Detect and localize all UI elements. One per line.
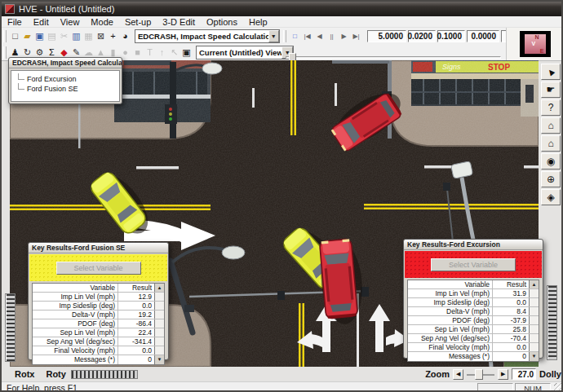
zoom-value-field[interactable]: 27.0 (512, 368, 536, 380)
seek-icon[interactable]: ⊕ (541, 171, 561, 187)
result-cell: 8.4 (493, 307, 529, 315)
time-field-3[interactable]: 0.0000 (467, 30, 499, 42)
view-combo[interactable]: Current (Untitled) View ▼ (196, 46, 294, 59)
status-bar: For Help, press F1 NUM (2, 381, 563, 392)
key-results-title[interactable]: Key Results-Ford Fusion SE (29, 243, 168, 253)
add-icon[interactable]: + (107, 30, 119, 42)
open-file-icon[interactable]: ▰ (21, 30, 33, 42)
step-back-icon[interactable]: ◀ (313, 30, 326, 42)
print-icon: ▤ (46, 30, 58, 42)
save-icon[interactable]: ▣ (33, 30, 46, 42)
select-variable-button[interactable]: Select Variable (56, 262, 141, 275)
results-table: VariableResult▲Imp Lin Vel (mph)12.9Imp … (32, 283, 165, 365)
copy-icon[interactable]: ▥ (70, 30, 82, 42)
time-field-2[interactable]: 0.1000 (437, 30, 465, 42)
help-icon[interactable]: ? (541, 99, 561, 116)
results-row: Sep Ang Vel (deg/sec)-341.4 (33, 337, 164, 346)
dolly-thumbwheel[interactable] (547, 285, 557, 360)
last-frame-icon-glyph: ▶| (352, 30, 359, 42)
viewer-bottom-bar: Rotx Roty Zoom ◀ ▶ 27.0 Dolly (2, 367, 563, 381)
camera-type-icon-glyph: ◈ (547, 192, 554, 203)
menu-view[interactable]: View (55, 16, 86, 28)
menu-file[interactable]: File (2, 16, 28, 28)
home-view-icon-glyph: ⌂ (547, 120, 553, 131)
view-all-icon[interactable]: ◉ (541, 153, 561, 170)
camera-type-icon[interactable]: ◈ (541, 189, 561, 205)
variable-cell: Delta-V (mph) (408, 307, 493, 315)
resize-grip[interactable] (554, 383, 563, 392)
camera-icon-glyph: ▣ (182, 46, 190, 59)
event-tree-panel[interactable]: EDCRASH, Impact Speed Calculation Ford E… (8, 57, 122, 104)
stop-icon[interactable]: □ (289, 30, 301, 42)
event-tree-title[interactable]: EDCRASH, Impact Speed Calculation (9, 58, 122, 68)
home-view-icon[interactable]: ⌂ (541, 117, 561, 134)
pause-icon[interactable]: || (326, 30, 338, 42)
pointer-cursor-icon[interactable]: ▲ (541, 64, 561, 80)
variable-cell: Imp Sideslip (deg) (408, 298, 493, 306)
result-cell: 25.8 (493, 325, 529, 333)
first-frame-icon[interactable]: |◀ (301, 30, 313, 42)
time-field-0[interactable]: 5.0000 (367, 30, 406, 42)
print-icon-glyph: ▤ (47, 30, 55, 42)
pan-hand-icon[interactable]: ☛ (541, 81, 561, 98)
zoom-label: Zoom (425, 369, 450, 379)
tree-item-ford-excursion[interactable]: Ford Excursion (16, 73, 119, 83)
menu-set-up[interactable]: Set-up (119, 16, 157, 28)
cut-icon: ✂ (58, 30, 70, 42)
stop-icon-glyph: □ (293, 30, 297, 42)
select-variable-button[interactable]: Select Variable (431, 258, 516, 271)
wheel-icon[interactable]: ◕ (119, 30, 131, 42)
delete-frame-icon[interactable]: ⊠ (95, 30, 107, 42)
text-tool-icon-glyph: T (147, 46, 153, 59)
menu-edit[interactable]: Edit (28, 16, 55, 28)
variable-cell: Imp Lin Vel (mph) (33, 293, 118, 301)
chevron-down-icon[interactable]: ▼ (268, 30, 279, 42)
roty-label: Roty (46, 369, 65, 379)
zoom-right-arrow[interactable]: ▶ (498, 369, 508, 380)
result-cell: 0.0 (118, 346, 154, 355)
scroll-down-icon[interactable]: ▼ (154, 355, 164, 364)
scroll-up-icon[interactable]: ▲ (529, 280, 539, 288)
step-forward-icon[interactable]: ▶ (338, 30, 350, 42)
toolbar-grip (3, 30, 7, 42)
set-home-view-icon-glyph: ⌂ (547, 138, 553, 149)
new-file-icon[interactable]: □ (9, 30, 21, 42)
result-cell: 31.9 (493, 289, 529, 297)
first-frame-icon-glyph: |◀ (304, 30, 310, 42)
scroll-up-icon[interactable]: ▲ (154, 284, 164, 292)
menu-mode[interactable]: Mode (85, 16, 119, 28)
variable-cell: Final Velocity (mph) (33, 346, 118, 355)
time-field-1[interactable]: 0.0200 (408, 30, 436, 42)
result-cell: 0.0 (493, 343, 529, 351)
key-results-panel-excursion[interactable]: Key Results-Ford Excursion Select Variab… (403, 239, 543, 359)
zoom-left-arrow[interactable]: ◀ (453, 369, 463, 380)
roty-thumbwheel[interactable] (71, 370, 138, 379)
help-icon-glyph: ? (548, 102, 554, 113)
key-results-title[interactable]: Key Results-Ford Excursion (404, 240, 543, 250)
tree-item-label: Ford Fusion SE (27, 85, 78, 93)
variable-cell: Sep Ang Vel (deg/sec) (408, 334, 493, 342)
results-row: Messages (*)0▼ (408, 352, 539, 361)
step-back-icon-glyph: ◀ (317, 30, 321, 42)
menu-options[interactable]: Options (201, 16, 243, 28)
results-row: Imp Sideslip (deg)0.0 (408, 298, 539, 307)
scroll-down-icon[interactable]: ▼ (529, 352, 539, 361)
results-row: Imp Lin Vel (mph)12.9 (33, 293, 164, 302)
zoom-slider[interactable] (467, 369, 494, 380)
menu-help[interactable]: Help (243, 16, 273, 28)
tree-item-ford-fusion-se[interactable]: Ford Fusion SE (16, 83, 119, 93)
title-bar: HVE - Untitled (Untitled) (2, 2, 561, 16)
scene-thumbnail[interactable]: N V E (520, 31, 551, 57)
rotx-thumbwheel[interactable] (5, 293, 16, 362)
event-combo[interactable]: EDCRASH, Impact Speed Calculation ▼ (135, 29, 280, 43)
zoom-slider-thumb[interactable] (475, 369, 483, 380)
camera-icon[interactable]: ▣ (180, 46, 193, 59)
last-frame-icon[interactable]: ▶| (350, 30, 362, 42)
pause-icon-glyph: || (330, 30, 333, 42)
menu-3-d-edit[interactable]: 3-D Edit (157, 16, 201, 28)
view-combo-value: Current (Untitled) View (199, 48, 282, 57)
scrollbar-track (154, 311, 164, 319)
window-title: HVE - Untitled (Untitled) (19, 4, 114, 14)
set-home-view-icon[interactable]: ⌂ (541, 135, 561, 152)
key-results-panel-fusion[interactable]: Key Results-Ford Fusion SE Select Variab… (28, 242, 169, 360)
